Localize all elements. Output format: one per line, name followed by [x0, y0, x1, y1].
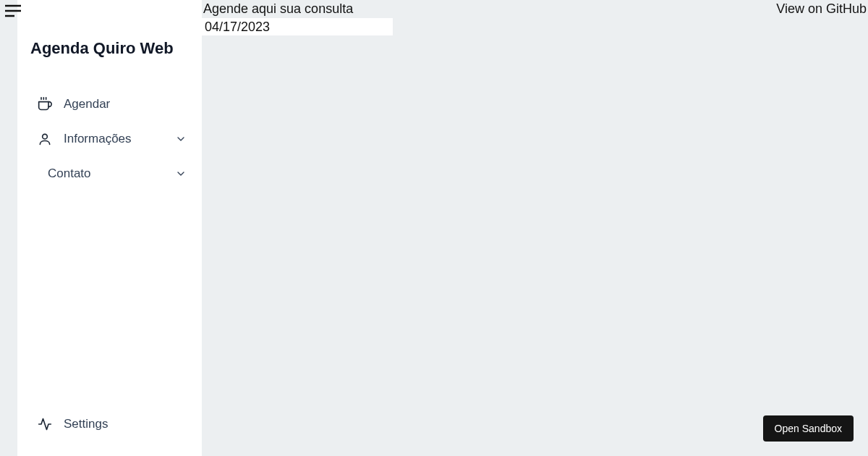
svg-point-6	[43, 135, 48, 140]
sidebar-item-label: Informações	[64, 132, 174, 146]
view-on-github-link[interactable]: View on GitHub	[776, 1, 867, 17]
sidebar-item-label: Agendar	[64, 97, 187, 111]
main-content: Agende aqui sua consulta	[202, 0, 868, 456]
page-header-text: Agende aqui sua consulta	[202, 0, 868, 17]
coffee-icon	[38, 97, 52, 111]
sidebar-item-label: Contato	[48, 166, 174, 181]
sidebar-nav: Agendar Informações Contato	[17, 87, 202, 191]
open-sandbox-button[interactable]: Open Sandbox	[763, 415, 854, 442]
sidebar-item-label: Settings	[64, 417, 187, 431]
sidebar-footer: Settings	[17, 407, 202, 456]
chevron-down-icon	[174, 132, 187, 145]
activity-icon	[38, 417, 52, 431]
sidebar: Agenda Quiro Web Agendar	[17, 0, 202, 456]
sidebar-item-contato[interactable]: Contato	[17, 156, 202, 191]
sidebar-item-settings[interactable]: Settings	[17, 407, 202, 442]
user-icon	[38, 132, 52, 146]
date-input[interactable]	[202, 18, 393, 35]
sidebar-item-informacoes[interactable]: Informações	[17, 122, 202, 156]
sidebar-item-agendar[interactable]: Agendar	[17, 87, 202, 122]
chevron-down-icon	[174, 167, 187, 180]
brand-title: Agenda Quiro Web	[17, 39, 202, 58]
hamburger-menu-icon[interactable]	[4, 4, 22, 17]
